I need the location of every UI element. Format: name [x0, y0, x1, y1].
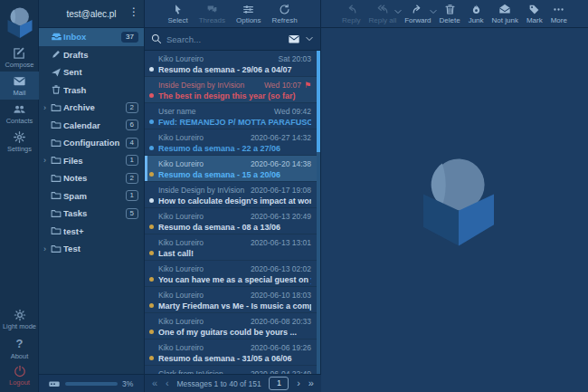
chevron-down-icon[interactable] [429, 7, 438, 16]
folder-count-badge: 6 [126, 120, 138, 130]
folder-item-test+[interactable]: test+ [39, 223, 144, 241]
sidebar-item-settings[interactable]: Settings [0, 128, 39, 156]
folder-item-sent[interactable]: Sent [39, 63, 144, 81]
message-row[interactable]: Inside Design by InVisionWed 10:07⚑The b… [145, 77, 317, 103]
sidebar-item-compose[interactable]: Compose [0, 43, 39, 72]
message-row[interactable]: User nameWed 09:42Fwd: REMANEJO P/ MOTTA… [145, 103, 317, 129]
folder-name: Sent [63, 67, 138, 77]
message-row[interactable]: Kiko LoureiroSat 20:03Resumo da semana -… [145, 51, 317, 77]
folder-item-notes[interactable]: Notes2 [39, 169, 144, 187]
junk-button[interactable]: Junk [469, 4, 484, 24]
message-row[interactable]: Kiko Loureiro2020-06-08 20:33One of my g… [145, 313, 317, 339]
message-subject: The best in design this year (so far) [158, 91, 296, 100]
sidebar-item-label: Mail [14, 89, 26, 97]
sidebar-item-light-mode[interactable]: Light mode [0, 305, 39, 333]
message-row[interactable]: Kiko Loureiro2020-06-10 18:03Marty Fried… [145, 287, 317, 313]
folder-name: Trash [63, 85, 138, 95]
folder-panel: test@alec.pl ⋮ Inbox37DraftsSentTrash›Ar… [39, 0, 145, 392]
message-subject: One of my guitars could be yours ... [158, 328, 297, 337]
folder-icon [51, 102, 63, 113]
not-junk-icon [498, 3, 511, 15]
delete-button[interactable]: Delete [440, 4, 460, 24]
chevron-down-icon[interactable] [394, 7, 403, 16]
watermark-logo-icon [412, 149, 506, 248]
mark-button[interactable]: Mark [526, 4, 543, 24]
kebab-menu-icon[interactable]: ⋮ [128, 6, 139, 17]
refresh-button[interactable]: Refresh [272, 4, 298, 24]
status-dot [149, 356, 154, 360]
message-row[interactable]: Kiko Loureiro2020-06-27 14:32Resumo da s… [145, 129, 317, 156]
search-input[interactable] [166, 34, 283, 44]
message-row[interactable]: Kiko Loureiro2020-06-06 19:26Resumo da s… [145, 339, 317, 366]
folder-item-configuration[interactable]: Configuration4 [39, 134, 144, 152]
scrollbar-thumb[interactable] [317, 51, 320, 152]
contacts-icon [13, 102, 26, 116]
folder-item-files[interactable]: ›Files1 [39, 152, 144, 170]
options-button[interactable]: Options [236, 4, 261, 24]
message-row[interactable]: Kiko Loureiro2020-06-13 02:02You can hav… [145, 261, 317, 287]
folder-count-badge: 5 [126, 208, 138, 219]
page-number-input[interactable]: 1 [269, 377, 289, 390]
folder-item-calendar[interactable]: Calendar6 [39, 117, 144, 135]
message-row[interactable]: Kiko Loureiro2020-06-13 13:01Last call! [145, 234, 317, 261]
folder-item-tasks[interactable]: Tasks5 [39, 205, 144, 223]
expand-caret-icon[interactable]: › [43, 244, 51, 253]
power-icon [14, 365, 26, 378]
button-label: Reply [342, 16, 360, 24]
folder-item-spam[interactable]: Spam1 [39, 187, 144, 206]
scrollbar[interactable] [317, 51, 320, 374]
message-date: 2020-06-27 14:32 [251, 133, 311, 142]
message-sender: User name [158, 107, 196, 116]
list-toolbar: SelectThreadsOptionsRefresh [145, 0, 320, 28]
message-subject: Resumo da semana - 29/06 a 04/07 [158, 65, 292, 74]
mail-icon [13, 74, 26, 88]
envelope-icon[interactable] [288, 33, 300, 45]
status-dot [149, 251, 154, 255]
sidebar-item-logout[interactable]: Logout [0, 361, 39, 389]
sidebar-item-label: Contacts [6, 117, 33, 125]
app-logo-icon[interactable] [0, 0, 39, 43]
next-page-button[interactable]: › [297, 378, 300, 388]
folder-item-test[interactable]: ›Test [39, 240, 144, 258]
taskbar-bottom-nav: Light mode?AboutLogout [0, 305, 39, 389]
prev-page-button[interactable]: ‹ [166, 378, 169, 388]
folder-icon [51, 244, 63, 254]
message-date: 2020-06-13 13:01 [251, 238, 311, 247]
message-row[interactable]: Inside Design by InVision2020-06-17 19:0… [145, 182, 317, 208]
first-page-button[interactable]: « [152, 378, 157, 388]
not-junk-button[interactable]: Not junk [492, 3, 518, 24]
chevron-down-icon[interactable] [305, 34, 314, 43]
sidebar-item-mail[interactable]: Mail [0, 72, 39, 100]
sidebar-item-about[interactable]: ?About [0, 333, 39, 361]
sidebar-item-contacts[interactable]: Contacts [0, 100, 39, 128]
forward-button[interactable]: Forward [404, 3, 431, 24]
folder-icon [51, 208, 63, 219]
question-icon: ? [16, 335, 24, 351]
button-label: Forward [404, 16, 431, 24]
folder-item-archive[interactable]: ›Archive2 [39, 99, 144, 117]
message-row[interactable]: Kiko Loureiro2020-06-20 14:38Resumo da s… [145, 156, 317, 182]
more-button[interactable]: More [551, 4, 567, 24]
last-page-button[interactable]: » [308, 378, 314, 388]
message-row[interactable]: Clark from InVision2020-06-04 22:49 [145, 366, 317, 374]
expand-caret-icon[interactable]: › [43, 156, 51, 165]
select-button[interactable]: Select [167, 4, 187, 24]
message-row[interactable]: Kiko Loureiro2020-06-13 20:49Resumo da s… [145, 208, 317, 234]
folder-item-inbox[interactable]: Inbox37 [39, 28, 144, 46]
folder-name: Spam [63, 191, 126, 201]
forward-icon [412, 3, 424, 15]
folder-item-trash[interactable]: Trash [39, 81, 144, 100]
folder-item-drafts[interactable]: Drafts [39, 46, 144, 64]
expand-caret-icon[interactable]: › [43, 103, 51, 112]
threads-icon [206, 4, 218, 15]
gear-icon [13, 130, 26, 144]
cursor-icon [172, 4, 184, 15]
folder-icon [51, 138, 63, 148]
message-subject: Marty Friedman vs Me - Is music a compet… [158, 301, 311, 311]
reply-all-icon [376, 3, 389, 15]
message-sender: Kiko Loureiro [158, 133, 204, 142]
message-subject: Resumo da semana - 08 a 13/06 [158, 223, 280, 232]
sidebar-item-label: About [11, 352, 29, 360]
delete-icon [444, 4, 456, 15]
folder-icon [51, 173, 63, 184]
